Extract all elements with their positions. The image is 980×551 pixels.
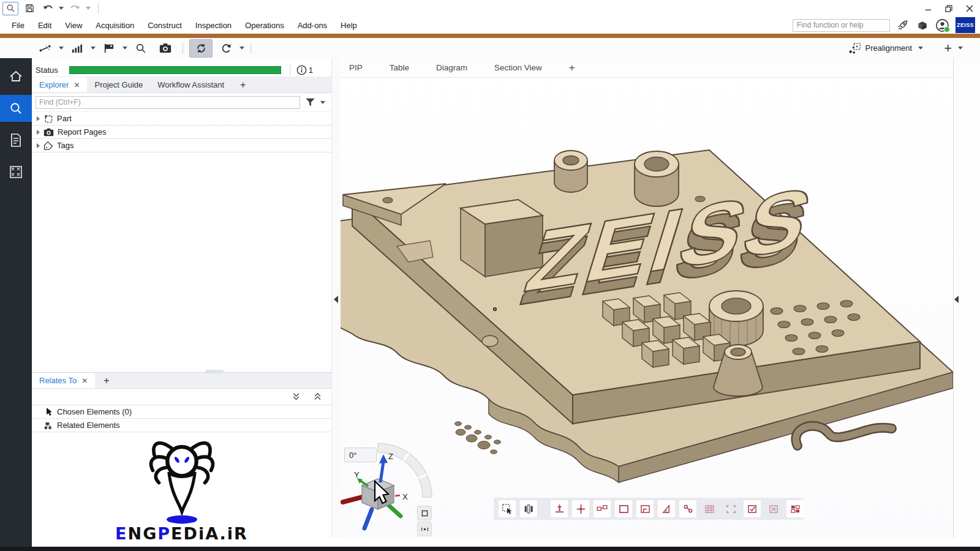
- viewport-tab-diagram[interactable]: Diagram: [436, 63, 467, 72]
- checkbox-confirm-button[interactable]: [744, 500, 761, 517]
- reset-view-caret[interactable]: [239, 47, 244, 50]
- panel-splitter-handle[interactable]: [205, 370, 224, 373]
- measurement-series-button[interactable]: [34, 40, 56, 57]
- refresh-button[interactable]: [189, 39, 213, 58]
- prealignment-label: Prealignment: [865, 43, 913, 53]
- related-elements-row[interactable]: Related Elements: [32, 419, 331, 432]
- sidebar-item-home[interactable]: [0, 63, 32, 90]
- quick-search-button[interactable]: [2, 2, 18, 15]
- chosen-elements-row[interactable]: Chosen Elements (0): [32, 405, 331, 419]
- menu-file[interactable]: File: [5, 18, 31, 32]
- collapse-all-icon[interactable]: [314, 392, 322, 401]
- tab-relates-to-label: Relates To: [39, 376, 77, 385]
- menu-help[interactable]: Help: [334, 18, 364, 32]
- account-icon[interactable]: [935, 18, 949, 32]
- minimize-icon: [925, 5, 932, 12]
- menu-acquisition[interactable]: Acquisition: [89, 18, 141, 32]
- status-info[interactable]: 1: [290, 64, 313, 75]
- add-element-button[interactable]: +: [944, 42, 952, 54]
- chart-button[interactable]: [66, 40, 88, 57]
- point-align-cross-button[interactable]: [572, 500, 589, 517]
- tree-item-report-pages[interactable]: Report Pages: [32, 126, 331, 139]
- rocket-icon[interactable]: [896, 19, 910, 31]
- angle-tool-button[interactable]: [658, 500, 675, 517]
- search-tool-button[interactable]: [130, 40, 152, 57]
- menu-edit[interactable]: Edit: [31, 18, 58, 32]
- tab-project-guide[interactable]: Project Guide: [87, 77, 150, 92]
- redo-dropdown-caret[interactable]: [86, 7, 91, 10]
- expand-caret-icon[interactable]: [37, 116, 40, 121]
- linked-frames-button[interactable]: [594, 500, 611, 517]
- remove-box-button[interactable]: [765, 500, 782, 517]
- status-label: Status: [36, 66, 58, 75]
- collapse-right-panel-handle[interactable]: [954, 296, 959, 303]
- expand-caret-icon[interactable]: [37, 130, 40, 135]
- rectangle-select-button[interactable]: [615, 500, 632, 517]
- save-button[interactable]: [22, 2, 37, 15]
- center-view-button[interactable]: [417, 522, 432, 536]
- menu-construct[interactable]: Construct: [141, 18, 189, 32]
- search-icon: [9, 101, 23, 116]
- viewport-tab-pip[interactable]: PIP: [349, 63, 363, 72]
- tab-explorer[interactable]: Explorer ✕: [32, 77, 87, 92]
- close-button[interactable]: [959, 1, 980, 17]
- sidebar-item-report[interactable]: [0, 127, 32, 154]
- select-area-button[interactable]: [499, 500, 516, 517]
- restore-button[interactable]: [938, 1, 959, 17]
- point-align-down-button[interactable]: [551, 500, 568, 517]
- menu-add-ons[interactable]: Add-ons: [291, 18, 334, 32]
- gift-icon[interactable]: [916, 19, 929, 31]
- filter-caret[interactable]: [320, 101, 325, 104]
- menu-inspection[interactable]: Inspection: [189, 18, 238, 32]
- menu-view[interactable]: View: [58, 18, 89, 32]
- menu-operations[interactable]: Operations: [238, 18, 291, 32]
- tab-explorer-close-icon[interactable]: ✕: [74, 81, 80, 89]
- reset-view-button[interactable]: [215, 40, 237, 57]
- tree-item-tags[interactable]: Tags: [32, 139, 331, 152]
- view-reset-button[interactable]: [417, 506, 432, 520]
- viewport-tab-table[interactable]: Table: [390, 63, 409, 72]
- find-input[interactable]: [36, 96, 300, 109]
- flag-caret[interactable]: [123, 47, 127, 50]
- snapshot-button[interactable]: [154, 40, 176, 57]
- undo-dropdown-caret[interactable]: [59, 7, 64, 10]
- undo-button[interactable]: [40, 2, 55, 15]
- grid-tool-button[interactable]: [701, 500, 718, 517]
- expand-all-icon[interactable]: [292, 392, 300, 401]
- rectangle-corner-button[interactable]: [636, 500, 654, 517]
- minimize-button[interactable]: [918, 1, 938, 17]
- tab-relates-to[interactable]: Relates To ✕: [32, 373, 95, 388]
- restore-icon: [945, 5, 952, 12]
- split-view-button[interactable]: [786, 500, 804, 517]
- menu-bar: File Edit View Acquisition Construct Ins…: [0, 17, 980, 34]
- add-element-caret[interactable]: [958, 47, 963, 50]
- prealignment-control[interactable]: Prealignment: [848, 42, 913, 54]
- viewport-tab-section-view[interactable]: Section View: [494, 63, 542, 72]
- tab-workflow-assistant[interactable]: Workflow Assistant: [150, 77, 232, 92]
- relates-add-tab-button[interactable]: +: [95, 373, 118, 388]
- undo-icon: [43, 4, 53, 13]
- cursor-icon: [45, 407, 53, 416]
- flag-label-button[interactable]: [98, 40, 120, 57]
- apps-grid-icon: [9, 165, 23, 179]
- redo-button[interactable]: [67, 2, 82, 15]
- tab-relates-close-icon[interactable]: ✕: [81, 377, 88, 385]
- prealignment-caret[interactable]: [918, 47, 923, 50]
- sidebar-item-search[interactable]: [0, 95, 32, 122]
- tab-project-guide-label: Project Guide: [94, 80, 143, 89]
- tree-item-part[interactable]: Part: [32, 112, 331, 126]
- filter-icon[interactable]: [305, 97, 315, 107]
- link-elements-button[interactable]: [679, 500, 696, 517]
- measurement-series-caret[interactable]: [59, 47, 64, 50]
- expand-frame-button[interactable]: [722, 500, 739, 517]
- chart-caret[interactable]: [91, 47, 96, 50]
- collapse-left-panel-handle[interactable]: [334, 296, 338, 303]
- help-search-input[interactable]: [793, 19, 890, 32]
- sidebar-item-apps[interactable]: [0, 159, 32, 186]
- square-view-icon: [421, 510, 428, 517]
- add-tab-button[interactable]: +: [232, 77, 254, 92]
- window-controls: [918, 1, 980, 17]
- viewport-add-tab-button[interactable]: +: [569, 62, 575, 74]
- expand-caret-icon[interactable]: [37, 143, 40, 148]
- column-compare-button[interactable]: [520, 500, 537, 517]
